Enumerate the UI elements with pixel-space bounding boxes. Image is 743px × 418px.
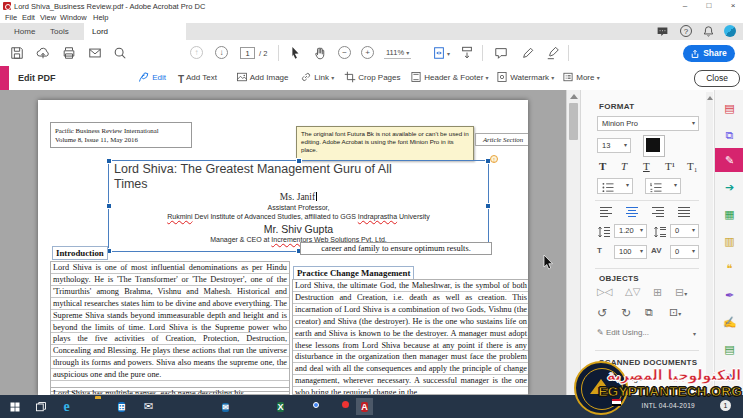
create-pdf-icon[interactable]: ▤ bbox=[715, 96, 743, 120]
add-text-button[interactable]: T Add Text bbox=[178, 71, 217, 85]
crop-pages-button[interactable]: Crop Pages bbox=[344, 71, 400, 85]
user-avatar[interactable] bbox=[724, 25, 736, 37]
document-viewport[interactable]: Pacific Business Review InternationalVol… bbox=[0, 90, 566, 395]
excel-icon[interactable]: X bbox=[272, 398, 289, 415]
next-page-icon[interactable]: ↓ bbox=[215, 46, 228, 59]
more-button[interactable]: More ▾ bbox=[562, 71, 600, 85]
store-icon[interactable]: ⊞ bbox=[113, 398, 130, 415]
align-objects-button[interactable]: ⊟▾ bbox=[675, 286, 687, 299]
organize-pages-icon[interactable]: ▦ bbox=[715, 202, 743, 226]
acrobat-taskbar-icon[interactable]: A bbox=[356, 398, 373, 415]
print-production-icon[interactable]: ▤ bbox=[715, 337, 743, 361]
crop-object-button[interactable]: ⊞ bbox=[653, 286, 662, 299]
superscript-button[interactable]: T¹ bbox=[665, 160, 675, 172]
mail-icon[interactable]: ✉ bbox=[140, 398, 157, 415]
export-pdf-icon[interactable]: ➔ bbox=[715, 175, 743, 199]
save-icon[interactable] bbox=[10, 46, 24, 60]
align-justify-button[interactable] bbox=[677, 206, 691, 218]
comment-tool-icon[interactable]: ❝ bbox=[715, 256, 743, 280]
right-column-paragraph[interactable]: Lord Shiva, the ultimate God, the Mahesh… bbox=[292, 279, 528, 395]
align-center-button[interactable] bbox=[625, 206, 639, 218]
menu-help[interactable]: Help bbox=[93, 13, 108, 22]
scrollbar-thumb[interactable] bbox=[569, 103, 578, 140]
flip-horizontal-button[interactable]: ▷◁ bbox=[597, 286, 612, 297]
chrome-icon[interactable] bbox=[301, 398, 318, 415]
zoom-level-dropdown[interactable]: 111% ▾ bbox=[384, 48, 411, 59]
numbered-list-dropdown[interactable]: ▾ bbox=[645, 178, 681, 194]
bulleted-list-dropdown[interactable]: ▾ bbox=[597, 178, 633, 194]
settings-button[interactable]: Settings bbox=[613, 374, 642, 383]
enhance-scans-icon[interactable]: ▥ bbox=[715, 229, 743, 253]
zoom-in-icon[interactable]: + bbox=[361, 46, 374, 59]
app-icon[interactable] bbox=[191, 398, 208, 415]
edit-pdf-tool-icon[interactable]: ✎ bbox=[715, 148, 743, 172]
chevron-down-icon[interactable]: ▾ bbox=[447, 50, 450, 57]
feedback-icon[interactable] bbox=[656, 25, 670, 38]
add-image-button[interactable]: Add Image bbox=[236, 71, 288, 85]
tab-document[interactable]: Lord Shiva_Busines...× bbox=[84, 23, 186, 40]
fit-page-icon[interactable] bbox=[432, 46, 446, 60]
edge-icon[interactable]: e bbox=[58, 398, 75, 415]
menu-file[interactable]: File bbox=[5, 13, 17, 22]
task-view-button[interactable] bbox=[32, 398, 49, 415]
flip-vertical-button[interactable]: △▽ bbox=[625, 286, 640, 297]
underline-button[interactable]: T bbox=[643, 160, 650, 172]
left-column-heading[interactable]: Introduction bbox=[52, 246, 108, 260]
left-column-paragraph-2[interactable]: Lord Shiva has multiple names, each name… bbox=[50, 387, 290, 395]
link-button[interactable]: Link ▾ bbox=[300, 71, 334, 85]
chevron-down-icon[interactable]: ▾ bbox=[693, 330, 696, 337]
combine-files-icon[interactable]: ⧉ bbox=[715, 123, 743, 147]
replace-pages-button[interactable]: ⧉ bbox=[645, 306, 653, 319]
panel-scrollbar[interactable] bbox=[706, 92, 713, 392]
edit-tool-button[interactable]: Edit bbox=[138, 71, 166, 85]
notification-badge[interactable]: 1 bbox=[720, 400, 731, 411]
watermark-button[interactable]: Watermark ▾ bbox=[496, 71, 554, 85]
arrange-button[interactable]: ⊡▾ bbox=[669, 306, 681, 319]
minimize-button[interactable]: – bbox=[676, 0, 694, 12]
align-left-button[interactable] bbox=[599, 206, 613, 218]
selection-handle[interactable] bbox=[106, 158, 112, 164]
tab-home[interactable]: Home bbox=[6, 23, 43, 40]
subscript-button[interactable]: T₁ bbox=[687, 160, 698, 172]
close-window-button[interactable]: × bbox=[724, 0, 742, 12]
bold-button[interactable]: T bbox=[599, 160, 606, 172]
menu-window[interactable]: Window bbox=[60, 13, 87, 22]
author1-role[interactable]: Assistant Professor, bbox=[109, 204, 488, 211]
right-column-heading[interactable]: Practice Change Management bbox=[293, 266, 414, 280]
hand-tool-icon[interactable] bbox=[313, 46, 327, 60]
close-edit-button[interactable]: Close bbox=[694, 70, 740, 87]
affiliation-line[interactable]: Rukmini Devi Institute of Advanced Studi… bbox=[109, 213, 488, 220]
horizontal-scale-dropdown[interactable]: 100▾ bbox=[614, 245, 647, 259]
select-tool-icon[interactable] bbox=[288, 46, 302, 60]
edit-using-button[interactable]: ✎ Edit Using... bbox=[597, 328, 649, 337]
restore-button[interactable]: □ bbox=[700, 0, 718, 12]
zoom-out-icon[interactable]: − bbox=[338, 46, 351, 59]
panel-scroll-up-icon[interactable] bbox=[707, 96, 713, 100]
paint-3d-icon[interactable] bbox=[166, 398, 183, 415]
font-size-dropdown[interactable]: 13▾ bbox=[597, 138, 631, 153]
pen-annotate-icon[interactable] bbox=[521, 46, 535, 60]
protect-icon[interactable]: ◆ bbox=[715, 364, 743, 388]
scroll-up-icon[interactable] bbox=[570, 94, 578, 99]
file-explorer-icon[interactable] bbox=[86, 398, 103, 415]
screen-recorder-icon[interactable] bbox=[330, 398, 347, 415]
rotate-right-button[interactable]: ↻ bbox=[621, 306, 631, 320]
author1-name[interactable]: Ms. Janif bbox=[109, 192, 488, 202]
highlighter-icon[interactable] bbox=[546, 46, 560, 60]
scrolling-mode-icon[interactable] bbox=[460, 46, 474, 60]
font-warning-icon[interactable]: ! bbox=[490, 155, 498, 163]
paragraph-spacing-dropdown[interactable]: 0▾ bbox=[670, 224, 699, 238]
document-scrollbar[interactable] bbox=[566, 90, 580, 395]
font-color-swatch[interactable] bbox=[643, 135, 665, 157]
notifications-bell-icon[interactable] bbox=[702, 25, 716, 38]
fill-sign-icon[interactable]: ✒ bbox=[715, 283, 743, 307]
character-spacing-dropdown[interactable]: 0▾ bbox=[670, 245, 699, 259]
previous-page-icon[interactable]: ↑ bbox=[190, 46, 203, 59]
rotate-left-button[interactable]: ↺ bbox=[597, 306, 607, 320]
line-spacing-dropdown[interactable]: 1.20▾ bbox=[614, 224, 647, 238]
tab-tools[interactable]: Tools bbox=[42, 23, 77, 40]
outlook-icon[interactable]: ✉ bbox=[217, 398, 234, 415]
share-button[interactable]: Share bbox=[683, 45, 735, 62]
left-column-paragraph[interactable]: Lord Shiva is one of most influential de… bbox=[50, 261, 290, 392]
menu-edit[interactable]: Edit bbox=[22, 13, 35, 22]
